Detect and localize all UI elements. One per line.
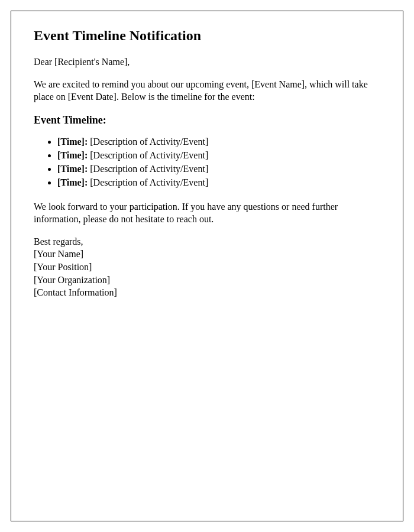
list-item: [Time]: [Description of Activity/Event]: [57, 148, 380, 162]
signoff-org: [Your Organization]: [34, 274, 380, 287]
signature-block: Best regards, [Your Name] [Your Position…: [34, 235, 380, 299]
timeline-desc: [Description of Activity/Event]: [88, 164, 208, 174]
signoff-position: [Your Position]: [34, 261, 380, 274]
signoff-name: [Your Name]: [34, 248, 380, 261]
closing-paragraph: We look forward to your participation. I…: [34, 200, 380, 226]
timeline-desc: [Description of Activity/Event]: [88, 177, 208, 187]
intro-paragraph: We are excited to remind you about our u…: [34, 78, 380, 103]
timeline-heading: Event Timeline:: [34, 114, 380, 126]
timeline-time: [Time]:: [57, 177, 88, 187]
timeline-list: [Time]: [Description of Activity/Event] …: [57, 135, 380, 190]
signoff-contact: [Contact Information]: [34, 286, 380, 299]
timeline-desc: [Description of Activity/Event]: [88, 150, 208, 160]
timeline-time: [Time]:: [57, 137, 88, 147]
timeline-time: [Time]:: [57, 150, 88, 160]
timeline-desc: [Description of Activity/Event]: [88, 137, 208, 147]
list-item: [Time]: [Description of Activity/Event]: [57, 162, 380, 176]
document-frame: Event Timeline Notification Dear [Recipi…: [11, 11, 403, 521]
list-item: [Time]: [Description of Activity/Event]: [57, 176, 380, 189]
signoff-regards: Best regards,: [34, 235, 380, 248]
page-title: Event Timeline Notification: [34, 28, 380, 44]
list-item: [Time]: [Description of Activity/Event]: [57, 135, 380, 148]
greeting-text: Dear [Recipient's Name],: [34, 56, 380, 69]
timeline-time: [Time]:: [57, 164, 88, 174]
